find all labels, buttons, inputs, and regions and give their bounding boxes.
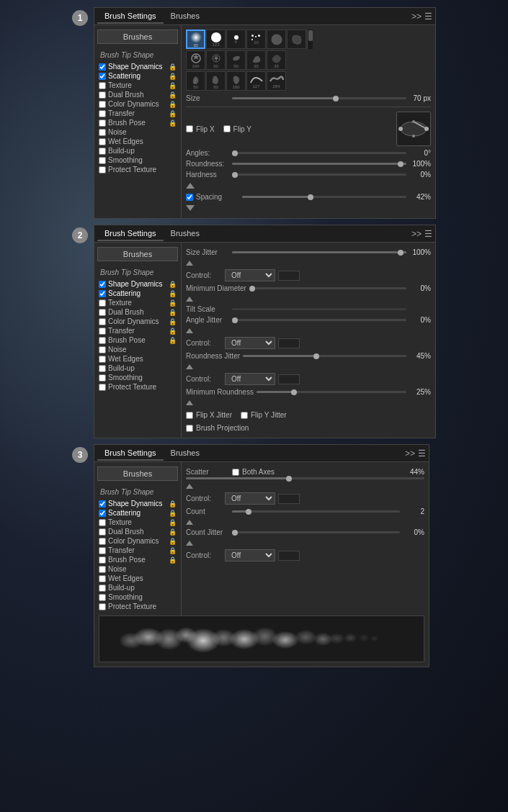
checkbox-smoothing-1[interactable] bbox=[99, 157, 106, 164]
angle-jitter-slider[interactable] bbox=[232, 319, 406, 321]
tip-3[interactable]: 6 bbox=[226, 30, 246, 49]
sidebar-item-texture-1[interactable]: Texture 🔒 bbox=[97, 81, 178, 90]
sidebar-item-dual-brush-3[interactable]: Dual Brush 🔒 bbox=[97, 527, 178, 536]
both-axes-checkbox[interactable] bbox=[232, 469, 239, 476]
checkbox-transfer-1[interactable] bbox=[99, 110, 106, 117]
sidebar-item-transfer-2[interactable]: Transfer 🔒 bbox=[97, 326, 178, 335]
sidebar-item-shape-dynamics-2[interactable]: Shape Dynamics 🔒 bbox=[97, 279, 178, 289]
tip-5[interactable] bbox=[267, 30, 286, 49]
angle-circle-1[interactable] bbox=[396, 112, 431, 146]
tip-row2-4[interactable]: 35 bbox=[246, 50, 266, 70]
tip-row3-4[interactable]: 127 bbox=[246, 71, 266, 91]
size-slider-1[interactable] bbox=[232, 97, 406, 99]
sidebar-item-noise-1[interactable]: Noise 🔒 bbox=[97, 127, 178, 137]
checkbox-brush-pose-2[interactable] bbox=[99, 337, 106, 344]
tab-brush-settings-3[interactable]: Brush Settings bbox=[97, 446, 164, 461]
hardness-slider-1[interactable] bbox=[232, 173, 406, 176]
tip-row2-3[interactable]: 50 bbox=[226, 50, 246, 70]
checkbox-texture-2[interactable] bbox=[99, 299, 106, 307]
tab-brushes-2[interactable]: Brushes bbox=[164, 227, 207, 241]
sidebar-item-texture-3[interactable]: Texture 🔒 bbox=[97, 518, 178, 527]
checkbox-noise-2[interactable] bbox=[99, 346, 106, 353]
checkbox-protect-texture-2[interactable] bbox=[99, 384, 106, 391]
tip-row3-3[interactable]: 100 bbox=[226, 71, 246, 91]
sidebar-item-wet-edges-3[interactable]: Wet Edges 🔒 bbox=[97, 574, 178, 583]
tab-brushes-3[interactable]: Brushes bbox=[164, 446, 207, 461]
checkbox-transfer-3[interactable] bbox=[99, 547, 106, 554]
scrollbar-1[interactable] bbox=[307, 30, 313, 49]
sidebar-item-texture-2[interactable]: Texture 🔒 bbox=[97, 298, 178, 307]
sidebar-item-transfer-3[interactable]: Transfer 🔒 bbox=[97, 546, 178, 555]
sidebar-item-smoothing-1[interactable]: Smoothing bbox=[97, 155, 178, 165]
checkbox-color-dynamics-1[interactable] bbox=[99, 101, 106, 108]
sidebar-item-brush-pose-1[interactable]: Brush Pose 🔒 bbox=[97, 118, 178, 127]
checkbox-noise-3[interactable] bbox=[99, 566, 106, 573]
checkbox-noise-1[interactable] bbox=[99, 129, 106, 136]
spacing-slider-1[interactable] bbox=[242, 196, 406, 198]
angle-slider-1[interactable] bbox=[232, 152, 406, 154]
checkbox-brush-pose-1[interactable] bbox=[99, 119, 106, 127]
checkbox-dual-brush-2[interactable] bbox=[99, 309, 106, 316]
sidebar-item-smoothing-2[interactable]: Smoothing bbox=[97, 373, 178, 382]
checkbox-texture-3[interactable] bbox=[99, 519, 106, 526]
sidebar-item-build-up-2[interactable]: Build-up bbox=[97, 364, 178, 373]
tip-row3-2[interactable]: 60 bbox=[206, 71, 226, 91]
menu-icon-2[interactable]: ☰ bbox=[424, 229, 432, 239]
sidebar-item-scattering-3[interactable]: Scattering 🔒 bbox=[97, 508, 178, 518]
control-select-3a[interactable]: Off bbox=[225, 492, 275, 505]
flip-x-jitter-checkbox[interactable] bbox=[186, 412, 193, 419]
flip-x-1[interactable]: Flip X bbox=[186, 112, 215, 146]
checkbox-build-up-2[interactable] bbox=[99, 365, 106, 372]
expand-icon-2[interactable]: >> bbox=[411, 229, 422, 239]
tab-brushes-1[interactable]: Brushes bbox=[164, 9, 207, 24]
roundness-slider-1[interactable] bbox=[232, 163, 406, 165]
tip-6[interactable] bbox=[287, 30, 306, 49]
tip-4[interactable]: 10 bbox=[246, 30, 266, 49]
checkbox-protect-texture-1[interactable] bbox=[99, 166, 106, 173]
brush-projection-row[interactable]: Brush Projection bbox=[186, 423, 431, 433]
tip-row3-1[interactable]: 50 bbox=[186, 71, 205, 91]
sidebar-item-scattering-1[interactable]: Scattering 🔒 bbox=[97, 71, 178, 81]
menu-icon-1[interactable]: ☰ bbox=[424, 12, 432, 22]
sidebar-item-wet-edges-2[interactable]: Wet Edges bbox=[97, 354, 178, 364]
sidebar-item-brush-pose-3[interactable]: Brush Pose 🔒 bbox=[97, 555, 178, 564]
checkbox-smoothing-3[interactable] bbox=[99, 594, 106, 601]
brushes-button-3[interactable]: Brushes bbox=[97, 466, 178, 481]
tilt-scale-slider[interactable] bbox=[232, 308, 406, 310]
tip-row2-1[interactable]: 100 bbox=[186, 50, 205, 70]
sidebar-item-noise-2[interactable]: Noise bbox=[97, 345, 178, 354]
sidebar-item-smoothing-3[interactable]: Smoothing 🔒 bbox=[97, 592, 178, 602]
checkbox-shape-dynamics-3[interactable] bbox=[99, 500, 106, 508]
tab-brush-settings-2[interactable]: Brush Settings bbox=[97, 227, 164, 241]
checkbox-wet-edges-1[interactable] bbox=[99, 138, 106, 145]
checkbox-color-dynamics-2[interactable] bbox=[99, 318, 106, 325]
control-select-3b[interactable]: Off bbox=[225, 549, 275, 561]
sidebar-item-build-up-3[interactable]: Build-up 🔒 bbox=[97, 583, 178, 592]
tab-brush-settings-1[interactable]: Brush Settings bbox=[97, 9, 164, 24]
sidebar-item-color-dynamics-1[interactable]: Color Dynamics 🔒 bbox=[97, 99, 178, 109]
sidebar-item-color-dynamics-3[interactable]: Color Dynamics 🔒 bbox=[97, 536, 178, 546]
brushes-button-2[interactable]: Brushes bbox=[97, 247, 178, 261]
checkbox-dual-brush-3[interactable] bbox=[99, 528, 106, 536]
checkbox-texture-1[interactable] bbox=[99, 82, 106, 89]
checkbox-dual-brush-1[interactable] bbox=[99, 91, 106, 99]
checkbox-brush-pose-3[interactable] bbox=[99, 556, 106, 564]
checkbox-wet-edges-3[interactable] bbox=[99, 575, 106, 582]
size-jitter-slider[interactable] bbox=[232, 251, 406, 253]
checkbox-smoothing-2[interactable] bbox=[99, 374, 106, 382]
min-diameter-slider[interactable] bbox=[249, 287, 406, 289]
checkbox-build-up-3[interactable] bbox=[99, 585, 106, 592]
sidebar-item-color-dynamics-2[interactable]: Color Dynamics 🔒 bbox=[97, 317, 178, 326]
sidebar-item-wet-edges-1[interactable]: Wet Edges bbox=[97, 137, 178, 146]
checkbox-transfer-2[interactable] bbox=[99, 328, 106, 335]
flip-x-jitter[interactable]: Flip X Jitter bbox=[186, 410, 232, 420]
sidebar-item-protect-texture-3[interactable]: Protect Texture 🔒 bbox=[97, 602, 178, 611]
count-jitter-slider[interactable] bbox=[232, 531, 400, 533]
checkbox-wet-edges-2[interactable] bbox=[99, 356, 106, 363]
checkbox-build-up-1[interactable] bbox=[99, 148, 106, 155]
sidebar-item-dual-brush-1[interactable]: Dual Brush 🔒 bbox=[97, 90, 178, 99]
checkbox-shape-dynamics-1[interactable] bbox=[99, 63, 106, 71]
count-slider[interactable] bbox=[232, 510, 400, 513]
checkbox-scattering-2[interactable] bbox=[99, 290, 106, 297]
sidebar-item-shape-dynamics-3[interactable]: Shape Dynamics 🔒 bbox=[97, 499, 178, 508]
